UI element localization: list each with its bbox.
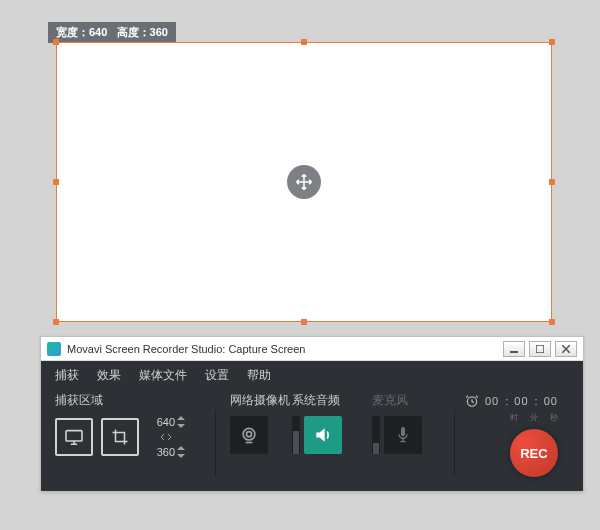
separator	[454, 410, 455, 476]
menu-help[interactable]: 帮助	[247, 367, 271, 384]
crop-button[interactable]	[101, 418, 139, 456]
timer-mm: 00	[514, 395, 528, 407]
window-title: Movavi Screen Recorder Studio: Capture S…	[67, 343, 305, 355]
height-label: 高度：	[117, 26, 150, 38]
resize-handle-n[interactable]	[301, 39, 307, 45]
resize-handle-e[interactable]	[549, 179, 555, 185]
menubar: 捕获 效果 媒体文件 设置 帮助	[41, 361, 583, 388]
menu-effects[interactable]: 效果	[97, 367, 121, 384]
alarm-icon	[465, 394, 479, 408]
width-value: 640	[89, 26, 107, 38]
dimension-controls: 640 360	[147, 416, 185, 458]
resize-handle-sw[interactable]	[53, 319, 59, 325]
webcam-label: 网络摄像机	[230, 392, 292, 408]
controls-row: 捕获区域 640	[41, 388, 583, 491]
record-label: REC	[520, 446, 547, 461]
menu-capture[interactable]: 捕获	[55, 367, 79, 384]
svg-point-3	[243, 428, 255, 440]
menu-settings[interactable]: 设置	[205, 367, 229, 384]
menu-media[interactable]: 媒体文件	[139, 367, 187, 384]
width-label: 宽度：	[56, 26, 89, 38]
height-stepper-value: 360	[147, 446, 175, 458]
close-icon	[562, 345, 570, 353]
microphone-slider[interactable]	[372, 416, 380, 454]
height-stepper[interactable]: 360	[147, 446, 185, 458]
svg-rect-1	[536, 345, 544, 353]
resize-handle-w[interactable]	[53, 179, 59, 185]
chevron-up-down-icon	[177, 446, 185, 458]
schedule-timer[interactable]: 00: 00: 00	[465, 392, 558, 410]
width-stepper-value: 640	[147, 416, 175, 428]
link-icon	[161, 433, 171, 441]
system-audio-toggle[interactable]	[304, 416, 342, 454]
system-audio-slider[interactable]	[292, 416, 300, 454]
maximize-button[interactable]	[529, 341, 551, 357]
microphone-toggle[interactable]	[384, 416, 422, 454]
dimension-badge: 宽度：640 高度：360	[48, 22, 176, 43]
svg-point-4	[247, 432, 252, 437]
separator	[215, 410, 216, 476]
timer-unit-s: 秒	[550, 412, 558, 423]
move-handle[interactable]	[287, 165, 321, 199]
resize-handle-ne[interactable]	[549, 39, 555, 45]
record-cluster: 00: 00: 00 时 分 秒 REC	[465, 392, 558, 477]
svg-rect-2	[66, 431, 82, 441]
capture-area[interactable]	[56, 42, 552, 322]
timer-unit-h: 时	[510, 412, 518, 423]
record-button[interactable]: REC	[510, 429, 558, 477]
capture-area-label: 捕获区域	[55, 392, 207, 408]
system-audio-label: 系统音频	[292, 392, 372, 408]
resize-handle-s[interactable]	[301, 319, 307, 325]
close-button[interactable]	[555, 341, 577, 357]
capture-area-group: 捕获区域 640	[55, 392, 207, 458]
webcam-icon	[239, 425, 259, 445]
resize-handle-se[interactable]	[549, 319, 555, 325]
minimize-icon	[510, 345, 518, 353]
speaker-icon	[313, 425, 333, 445]
system-audio-group: 系统音频	[292, 392, 372, 454]
timer-unit-m: 分	[530, 412, 538, 423]
height-value: 360	[150, 26, 168, 38]
width-stepper[interactable]: 640	[147, 416, 185, 428]
webcam-group: 网络摄像机	[230, 392, 292, 454]
microphone-label: 麦克风	[372, 392, 444, 408]
app-icon	[47, 342, 61, 356]
timer-ss: 00	[544, 395, 558, 407]
svg-rect-5	[401, 427, 405, 436]
microphone-group: 麦克风	[372, 392, 444, 454]
recorder-window: Movavi Screen Recorder Studio: Capture S…	[40, 336, 584, 492]
chevron-up-down-icon	[177, 416, 185, 428]
svg-rect-0	[510, 351, 518, 353]
resize-handle-nw[interactable]	[53, 39, 59, 45]
monitor-icon	[64, 429, 84, 445]
webcam-toggle[interactable]	[230, 416, 268, 454]
fullscreen-button[interactable]	[55, 418, 93, 456]
move-icon	[295, 173, 313, 191]
timer-hh: 00	[485, 395, 499, 407]
titlebar[interactable]: Movavi Screen Recorder Studio: Capture S…	[41, 337, 583, 361]
maximize-icon	[536, 345, 544, 353]
crop-icon	[111, 428, 129, 446]
link-dimensions-toggle[interactable]	[161, 430, 171, 444]
panel: 捕获 效果 媒体文件 设置 帮助 捕获区域 640	[41, 361, 583, 491]
microphone-icon	[395, 425, 411, 445]
minimize-button[interactable]	[503, 341, 525, 357]
